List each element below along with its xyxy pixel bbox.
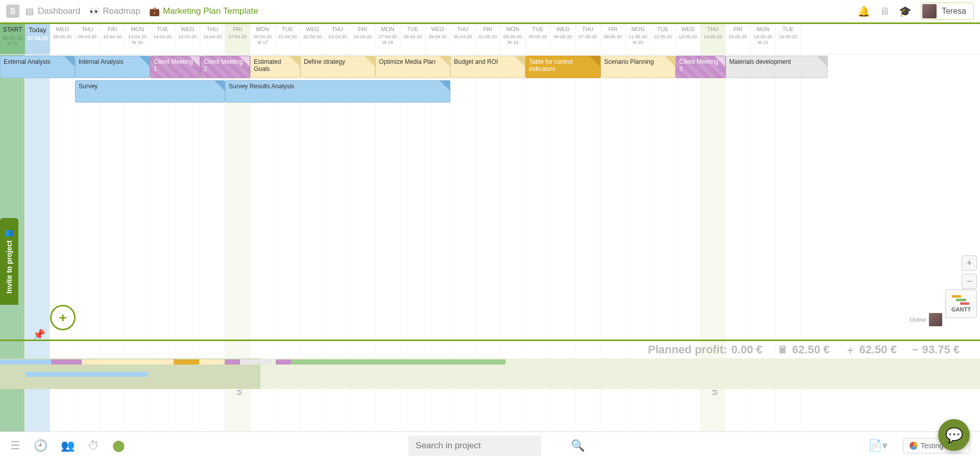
finance-calc: 🖩62.50 € (778, 343, 829, 356)
zoom-controls: + − (962, 255, 977, 289)
task-bar[interactable]: Survey (75, 80, 225, 103)
task-row-1: External AnalysisInternal AnalysisClient… (0, 55, 980, 79)
day-column[interactable]: FRI08-05-20 (601, 24, 626, 54)
day-column[interactable]: TUE12-05-20 (651, 24, 676, 54)
day-column[interactable]: TUE21-04-20 (275, 24, 300, 54)
day-column[interactable]: MON20-04-20W 17 (250, 24, 275, 54)
day-column[interactable]: WED29-04-20 (425, 24, 450, 54)
day-column[interactable]: MON11-05-20W 20 (626, 24, 651, 54)
nav-project-label: Marketing Plan Template (163, 6, 258, 16)
day-column[interactable]: WED15-04-20 (175, 24, 200, 54)
day-column[interactable]: MON27-04-20W 18 (375, 24, 400, 54)
day-header: START 06-04-20 W 15 Today 07-04-20 WED08… (0, 24, 980, 55)
day-column[interactable]: WED08-04-20 (50, 24, 75, 54)
task-bar[interactable]: Optimize Media Plan (375, 56, 450, 78)
task-bar[interactable]: Estimated Goals (250, 56, 300, 78)
calculator-icon: 🖩 (778, 344, 788, 356)
mini-gantt-overview[interactable] (0, 358, 980, 389)
online-badge: Online (910, 313, 942, 326)
start-label: START (1, 26, 24, 33)
day-column[interactable]: FRI01-05-20 (475, 24, 500, 54)
day-column[interactable]: THU09-04-20 (75, 24, 100, 54)
day-column[interactable]: FRI17-04-20 (225, 24, 250, 54)
gantt-view-toggle[interactable]: GANTT (945, 289, 977, 318)
day-column[interactable]: FRI24-04-20 (350, 24, 375, 54)
task-bar[interactable]: Materials development (726, 56, 828, 78)
task-bar[interactable]: Define strategy (300, 56, 375, 78)
briefcase-icon: 💼 (150, 6, 160, 16)
task-bar[interactable]: Internal Analysis (75, 56, 150, 78)
start-column[interactable]: START 06-04-20 W 15 (0, 24, 25, 54)
task-bar[interactable]: Table for control indicators (525, 56, 601, 78)
online-avatar[interactable] (929, 313, 942, 326)
zoom-out-button[interactable]: − (962, 274, 977, 289)
nav-dashboard[interactable]: ▤ Dashboard (25, 6, 80, 16)
task-bar[interactable]: Budget and ROI (450, 56, 525, 78)
gantt-label: GANTT (951, 306, 971, 312)
day-column[interactable]: TUE28-04-20 (400, 24, 425, 54)
nav-dashboard-label: Dashboard (38, 6, 80, 16)
day-column[interactable]: WED22-04-20 (300, 24, 325, 54)
today-date: 07-04-20 (26, 36, 49, 41)
planned-profit: Planned profit: 0.00 € (648, 343, 762, 356)
user-chip[interactable]: Teresa (921, 3, 974, 20)
finance-bar: Planned profit: 0.00 € 🖩62.50 € ＋62.50 €… (0, 341, 980, 358)
day-column[interactable]: THU23-04-20 (325, 24, 350, 54)
nav-roadmap[interactable]: 👀 Roadmap (89, 6, 140, 16)
logo-icon[interactable]: S (6, 5, 19, 18)
gantt-body[interactable]: Milestone 1 Milestone 2 External Analysi… (0, 55, 980, 431)
task-bar[interactable]: Survey Results Analysis (225, 80, 450, 103)
day-column[interactable]: THU07-05-20 (576, 24, 601, 54)
binoculars-icon: 👀 (89, 6, 100, 16)
bell-icon[interactable]: 🔔 (857, 5, 870, 17)
nav-project[interactable]: 💼 Marketing Plan Template (150, 6, 258, 16)
minus-icon: − (912, 344, 918, 356)
timeline: START 06-04-20 W 15 Today 07-04-20 WED08… (0, 24, 980, 431)
task-bar[interactable]: Client Meeting 1 (150, 56, 200, 78)
invite-to-project-tab[interactable]: Invite to project 👥 (0, 218, 18, 305)
day-column[interactable]: TUE14-04-20 (150, 24, 175, 54)
bottom-stripe (0, 340, 980, 341)
day-column[interactable]: THU16-04-20 (200, 24, 225, 54)
dashboard-icon: ▤ (25, 6, 35, 16)
day-column[interactable]: MON13-04-20W 16 (125, 24, 150, 54)
day-column[interactable]: WED06-05-20 (551, 24, 576, 54)
task-bar[interactable]: Scenario Planning (601, 56, 676, 78)
bars-layer: External AnalysisInternal AnalysisClient… (0, 55, 980, 104)
graduation-icon[interactable]: 🎓 (899, 5, 912, 17)
day-column[interactable]: TUE05-05-20 (525, 24, 551, 54)
finance-plus: ＋62.50 € (845, 343, 897, 357)
zoom-in-button[interactable]: + (962, 255, 977, 271)
avatar (922, 4, 937, 18)
today-label: Today (26, 26, 49, 34)
day-column[interactable]: FRI10-04-20 (100, 24, 125, 54)
day-column[interactable]: MON18-05-20W 21 (751, 24, 776, 54)
plus-icon: ＋ (845, 343, 855, 357)
finance-minus: −93.75 € (912, 343, 960, 356)
task-bar[interactable]: Client Meeting 3 (676, 56, 726, 78)
task-row-2: SurveySurvey Results Analysis (0, 79, 980, 104)
day-column[interactable]: THU14-05-20 (701, 24, 726, 54)
day-column[interactable]: TUE19-05-20 (776, 24, 801, 54)
day-column[interactable]: THU30-04-20 (450, 24, 475, 54)
gantt-icon (952, 295, 970, 305)
monitor-icon[interactable]: 🖥 (879, 6, 890, 17)
online-label: Online (910, 317, 926, 323)
top-nav: S ▤ Dashboard 👀 Roadmap 💼 Marketing Plan… (0, 0, 980, 22)
user-name: Teresa (942, 7, 966, 16)
start-week: W 15 (1, 41, 24, 46)
nav-roadmap-label: Roadmap (103, 6, 140, 16)
today-column[interactable]: Today 07-04-20 (25, 24, 50, 54)
add-task-button[interactable]: + (50, 305, 76, 330)
task-bar[interactable]: Client Meeting 2 (200, 56, 250, 78)
day-column[interactable]: MON04-05-20W 19 (500, 24, 525, 54)
start-date: 06-04-20 (1, 35, 24, 41)
pin-icon[interactable]: 📌 (33, 328, 45, 341)
day-column[interactable]: FRI15-05-20 (726, 24, 751, 54)
day-column[interactable]: WED13-05-20 (676, 24, 701, 54)
task-bar[interactable]: External Analysis (0, 56, 75, 78)
